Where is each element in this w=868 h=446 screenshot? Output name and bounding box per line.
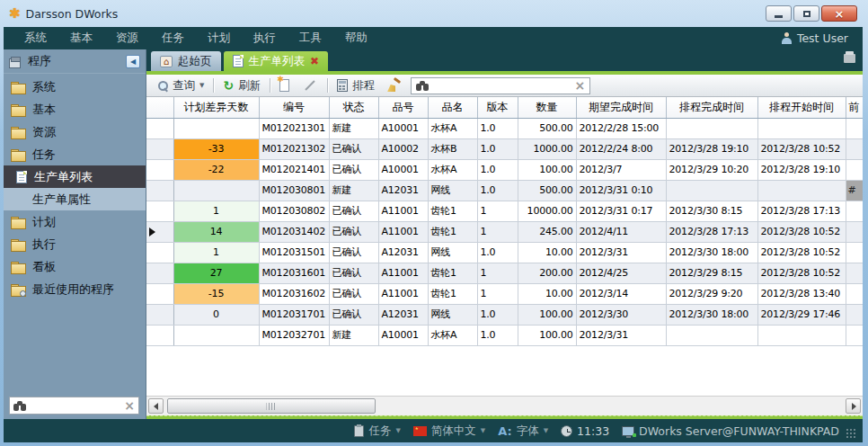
grid-corner-cell [146,97,173,118]
table-row[interactable]: 1M012031501已确认A12031网线1.010.002012/3/312… [146,242,863,263]
table-row[interactable]: M012030801新建A12031网线1.0500.002012/3/31 0… [146,180,863,201]
minimize-button[interactable] [766,5,792,22]
column-header-4[interactable]: 品号 [378,97,428,118]
cell-sched-start-time [757,118,846,138]
column-header-9[interactable]: 排程完成时间 [666,97,757,118]
scrollbar-thumb[interactable] [167,398,376,414]
close-button[interactable]: × [821,5,857,22]
sidebar-search-clear-icon[interactable]: × [124,399,135,412]
cell-version: 1.0 [477,118,518,138]
sidebar-item-10[interactable]: 最近使用的程序 [4,278,146,300]
cell-item-name: 网线 [428,242,477,263]
edit-button[interactable] [298,83,322,88]
app-window: ✱ Darsson DWorks × 系统基本资源任务计划执行工具帮助 Test… [0,0,868,446]
new-button[interactable] [276,77,293,94]
cell-item-no: A11001 [378,201,428,221]
sidebar-item-label: 看板 [32,259,56,275]
menu-item-3[interactable]: 资源 [104,27,150,49]
sidebar-header: 程序 ◀ [4,49,146,74]
column-header-11[interactable]: 前 [846,97,863,118]
cell-item-name: 齿轮1 [428,221,477,242]
cell-item-name: 齿轮1 [428,283,477,304]
folder-icon [11,127,25,138]
sidebar-item-7[interactable]: 计划 [4,210,146,233]
column-header-6[interactable]: 版本 [477,97,518,118]
cell-code: M012031602 [259,283,329,304]
cell-version: 1 [477,283,518,304]
sidebar-item-2[interactable]: 基本 [4,98,146,120]
table-row[interactable]: -33M012021302已确认A10002水杯B1.01000.002012/… [146,138,863,159]
cell-code: M012021302 [259,138,329,159]
pin-icon[interactable] [844,54,855,63]
query-button[interactable]: 查询 ▼ [154,76,208,95]
sidebar-item-9[interactable]: 看板 [4,255,146,278]
sidebar-item-3[interactable]: 资源 [4,120,146,143]
tab-label: 起始页 [178,54,212,69]
sidebar-collapse-button[interactable]: ◀ [126,55,140,68]
menu-item-5[interactable]: 计划 [196,27,242,49]
cell-item-no: A11001 [378,221,428,242]
menu-item-6[interactable]: 执行 [242,27,288,49]
refresh-button[interactable]: ↻ 刷新 [219,76,264,95]
user-name: Test User [797,31,848,45]
tab-1[interactable]: ⌂起始页 [151,51,221,71]
tab-2[interactable]: 生产单列表✖ [224,51,329,71]
column-header-10[interactable]: 排程开始时间 [757,97,846,118]
column-header-1[interactable]: 计划差异天数 [173,97,259,118]
close-icon: × [835,8,845,20]
sidebar-item-8[interactable]: 执行 [4,233,146,255]
tab-close-icon[interactable]: ✖ [310,56,319,67]
sidebar-item-6[interactable]: 生产单属性 [4,188,146,210]
menu-item-7[interactable]: 工具 [288,27,333,49]
cell-diff-days: 27 [173,263,259,283]
cell-quantity: 1000.00 [518,138,576,159]
menu-item-4[interactable]: 任务 [150,27,196,49]
restore-icon [803,11,810,17]
cell-quantity: 100.00 [518,325,576,345]
toolbar-separator [213,78,214,93]
cell-item-name: 水杯B [428,138,477,159]
cell-item-name: 水杯A [428,325,477,345]
toolbar-search-clear-icon[interactable]: × [574,79,585,92]
table-row[interactable]: 1M012030802已确认A11001齿轮1110000.002012/3/3… [146,201,863,221]
column-header-5[interactable]: 品名 [428,97,477,118]
menu-item-8[interactable]: 帮助 [333,27,379,49]
status-language-dropdown[interactable]: 简体中文 ▼ [413,424,485,439]
table-row[interactable]: 27M012031601已确认A11001齿轮11200.002012/4/25… [146,263,863,283]
restore-button[interactable] [793,5,819,22]
column-header-3[interactable]: 状态 [329,97,378,118]
sidebar-item-5[interactable]: 生产单列表 [4,165,146,188]
menu-item-2[interactable]: 基本 [58,27,104,49]
table-row[interactable]: 14M012031402已确认A11001齿轮11245.002012/4/11… [146,221,863,242]
horizontal-scrollbar[interactable] [146,396,863,415]
table-row[interactable]: M012021301新建A10001水杯A1.0500.002012/2/28 … [146,118,863,138]
table-row[interactable]: 0M012031701已确认A12031网线1.0100.002012/3/30… [146,304,863,325]
cell-sched-end-time: 2012/3/29 8:15 [666,263,757,283]
table-row[interactable]: M012032701新建A10001水杯A1.0100.002012/3/31 [146,325,863,345]
cell-code: M012021401 [259,159,329,180]
scroll-right-button[interactable] [846,398,861,414]
cell-due-time: 2012/3/31 [576,325,666,345]
schedule-button[interactable]: 排程 [333,76,378,95]
status-task-dropdown[interactable]: 任务 ▼ [354,424,400,439]
toolbar-search-input[interactable] [434,79,570,92]
table-row[interactable]: -22M012021401已确认A10001水杯A1.0100.002012/3… [146,159,863,180]
clear-schedule-button[interactable] [384,77,405,94]
resize-grip[interactable] [846,429,855,438]
scroll-left-button[interactable] [148,398,164,414]
status-language-label: 简体中文 [431,424,476,439]
sidebar-item-1[interactable]: 系统 [4,76,146,98]
cell-diff-days: 14 [173,221,259,242]
cell-status: 新建 [329,325,378,345]
menu-item-1[interactable]: 系统 [13,27,58,49]
user-chip[interactable]: Test User [781,31,854,45]
table-row[interactable]: -15M012031602已确认A11001齿轮1110.002012/3/14… [146,283,863,304]
sidebar-item-4[interactable]: 任务 [4,143,146,165]
sidebar-search-input[interactable] [31,399,120,412]
column-header-8[interactable]: 期望完成时间 [576,97,666,118]
cell-due-time: 2012/3/14 [576,283,666,304]
column-header-2[interactable]: 编号 [259,97,329,118]
broom-icon [387,79,402,92]
column-header-7[interactable]: 数量 [518,97,576,118]
status-font-dropdown[interactable]: A: 字体 ▼ [498,424,548,439]
